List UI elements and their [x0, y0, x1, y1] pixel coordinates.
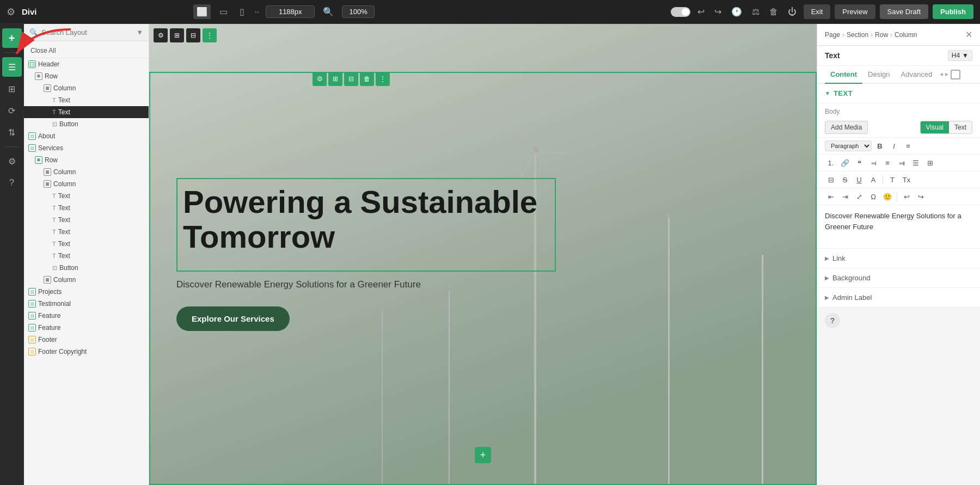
tree-item-button-2[interactable]: ⊡ Button [24, 262, 149, 274]
canvas-grid-icon[interactable]: ⊟ [186, 28, 200, 42]
tab-content[interactable]: Content [825, 66, 862, 84]
table-btn[interactable]: ⊞ [924, 157, 936, 169]
filter-icon[interactable]: ▼ [136, 28, 143, 36]
publish-button[interactable]: Publish [933, 4, 973, 19]
search-layout-input[interactable] [41, 28, 133, 36]
section-layout-icon[interactable]: ⊟ [344, 72, 358, 86]
bold-btn[interactable]: B [874, 140, 886, 152]
close-panel-button[interactable]: ✕ [965, 29, 972, 40]
source-btn[interactable]: Tx [901, 174, 912, 186]
align-left-btn[interactable]: ⫤ [867, 157, 879, 169]
tree-item-text-5[interactable]: T Text [24, 214, 149, 226]
tabs-arrow[interactable]: ◂ ▸ [938, 66, 950, 83]
breadcrumb-row[interactable]: Row [875, 31, 888, 39]
tree-item-about[interactable]: ⊡ About [24, 130, 149, 142]
quote-btn[interactable]: ❝ [853, 157, 865, 169]
tree-item-text-2-selected[interactable]: T Text [24, 106, 149, 118]
portability-btn[interactable]: ⇅ [2, 122, 22, 142]
visual-mode-btn[interactable]: Visual [921, 121, 949, 133]
tree-item-col-2[interactable]: ▥ Column [24, 178, 149, 190]
section-settings-icon[interactable]: ⚙ [313, 72, 327, 86]
settings-sidebar-btn[interactable]: ⚙ [2, 151, 22, 171]
breadcrumb-page[interactable]: Page [825, 31, 840, 39]
tablet-device-btn[interactable]: ▭ [216, 4, 231, 19]
admin-label-header[interactable]: ▶ Admin Label [817, 288, 980, 307]
desktop-device-btn[interactable]: ⬜ [193, 4, 211, 19]
undo-icon[interactable]: ↩ [695, 4, 707, 19]
canvas-more-icon[interactable]: ⋮ [203, 28, 217, 42]
tree-item-projects[interactable]: ⊡ Projects [24, 286, 149, 298]
text-mode-btn[interactable]: Text [949, 121, 972, 133]
color-btn[interactable]: A [867, 174, 879, 186]
tree-item-row-services[interactable]: ⊞ Row [24, 154, 149, 166]
section-trash-icon[interactable]: 🗑 [360, 72, 374, 86]
close-all-button[interactable]: Close All [24, 44, 149, 58]
italic-btn[interactable]: I [888, 140, 900, 152]
section-more-icon[interactable]: ⋮ [376, 72, 390, 86]
table-insert-btn[interactable]: ⊟ [825, 174, 837, 186]
background-header[interactable]: ▶ Background [817, 268, 980, 287]
tree-item-text-4[interactable]: T Text [24, 202, 149, 214]
add-section-btn[interactable]: + [475, 447, 491, 463]
text-section-header[interactable]: ▼ Text [817, 84, 980, 103]
tree-item-footer[interactable]: ⊡ Footer [24, 334, 149, 346]
indent-in-btn[interactable]: ⇥ [839, 191, 851, 202]
redo-icon[interactable]: ↪ [712, 4, 724, 19]
emoji-btn[interactable]: 🙂 [881, 191, 893, 202]
tree-item-feature-2[interactable]: ⊡ Feature [24, 322, 149, 334]
align-center-btn[interactable]: ≡ [881, 157, 893, 169]
canvas-settings-icon[interactable]: ⚙ [154, 28, 168, 42]
tree-item-footer-copyright[interactable]: ⊡ Footer Copyright [24, 346, 149, 358]
tree-item-services[interactable]: ⊡ Services [24, 142, 149, 154]
preview-button[interactable]: Preview [835, 4, 875, 19]
link-header[interactable]: ▶ Link [817, 249, 980, 268]
layout-icon[interactable]: ⚖ [749, 4, 762, 19]
underline-btn[interactable]: U [853, 174, 865, 186]
canvas-copy-icon[interactable]: ⊞ [170, 28, 184, 42]
redo-editor-btn[interactable]: ↪ [915, 191, 927, 202]
add-element-btn[interactable]: + [2, 28, 22, 48]
history-icon[interactable]: 🕐 [728, 4, 745, 19]
layers-btn[interactable]: ☰ [2, 57, 22, 77]
tree-item-text-1[interactable]: T Text [24, 94, 149, 106]
section-copy-icon[interactable]: ⊞ [328, 72, 342, 86]
save-draft-button[interactable]: Save Draft [880, 4, 928, 19]
tree-item-text-7[interactable]: T Text [24, 238, 149, 250]
breadcrumb-section[interactable]: Section [847, 31, 868, 39]
panel-fullscreen-btn[interactable] [951, 70, 960, 79]
align-justify-btn[interactable]: ☰ [910, 157, 922, 169]
trash-icon[interactable]: 🗑 [767, 5, 781, 19]
editor-content-area[interactable]: Discover Renewable Energy Solutions for … [817, 205, 980, 249]
undo-editor-btn[interactable]: ↩ [901, 191, 912, 202]
tree-item-button-1[interactable]: ⊡ Button [24, 118, 149, 130]
format-select[interactable]: H4 ▼ [948, 50, 972, 61]
indent-out-btn[interactable]: ⇤ [825, 191, 837, 202]
selected-text-element[interactable]: Powering a Sustainable Tomorrow [176, 178, 556, 272]
tree-item-col-3[interactable]: ▥ Column [24, 274, 149, 286]
pages-btn[interactable]: ⊞ [2, 79, 22, 99]
tab-advanced[interactable]: Advanced [896, 66, 938, 84]
ol-btn[interactable]: 1. [825, 157, 837, 169]
list-btn[interactable]: ≡ [902, 140, 914, 152]
history-sidebar-btn[interactable]: ⟳ [2, 101, 22, 120]
dark-mode-toggle[interactable] [671, 7, 690, 17]
tree-item-header[interactable]: ⊡ Header [24, 58, 149, 70]
width-input[interactable] [266, 5, 315, 18]
mobile-device-btn[interactable]: ▯ [236, 4, 248, 19]
tree-item-col-1[interactable]: ▥ Column [24, 166, 149, 178]
strikethrough-btn[interactable]: S [839, 174, 851, 186]
align-right-btn[interactable]: ⫥ [896, 157, 908, 169]
help-sidebar-btn[interactable]: ? [2, 173, 22, 193]
tree-item-column[interactable]: ▥ Column [24, 82, 149, 94]
power-icon[interactable]: ⏻ [785, 5, 799, 19]
tree-item-text-3[interactable]: T Text [24, 190, 149, 202]
link-btn[interactable]: 🔗 [839, 157, 851, 169]
breadcrumb-column[interactable]: Column [895, 31, 917, 39]
tree-item-text-6[interactable]: T Text [24, 226, 149, 238]
fullscreen-editor-btn[interactable]: ⤢ [853, 191, 865, 202]
help-button[interactable]: ? [825, 313, 840, 328]
tree-item-testimonial[interactable]: ⊡ Testimonial [24, 298, 149, 310]
hero-cta-button[interactable]: Explore Our Services [176, 306, 290, 331]
settings-icon[interactable]: ⚙ [7, 6, 15, 18]
tab-design[interactable]: Design [862, 66, 895, 84]
